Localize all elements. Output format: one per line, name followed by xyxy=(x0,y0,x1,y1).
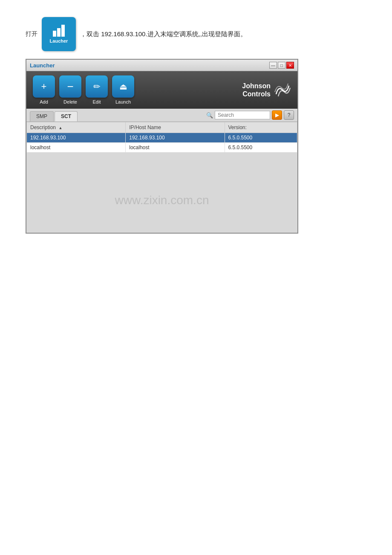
cell-description: localhost xyxy=(27,143,126,153)
delete-button[interactable]: − Delete xyxy=(59,75,81,104)
data-table: Description ▲ IP/Host Name Version: 192.… xyxy=(26,122,297,153)
delete-label: Delete xyxy=(63,99,77,104)
sort-arrow-icon: ▲ xyxy=(58,126,62,130)
delete-icon: − xyxy=(59,75,81,98)
table-row[interactable]: 192.168.93.100192.168.93.1006.5.0.5500 xyxy=(27,133,297,143)
jc-waves-icon xyxy=(274,81,291,98)
cell-description: 192.168.93.100 xyxy=(27,133,126,143)
intro-text-after: ，双击 192.168.93.100.进入末端空调系统,,出现登陆界面。 xyxy=(80,29,247,39)
toolbar: + Add − Delete ✏ Edit ⏏ Launch xyxy=(26,71,297,109)
app-icon-label: Laucher xyxy=(50,38,68,43)
launch-icon: ⏏ xyxy=(112,75,134,98)
table-body-area: Description ▲ IP/Host Name Version: 192.… xyxy=(26,122,297,233)
search-input[interactable] xyxy=(215,111,270,119)
brand-name-line2: Controls xyxy=(242,90,271,98)
app-icon: Laucher xyxy=(42,17,76,51)
minimize-button[interactable]: — xyxy=(269,62,277,69)
add-icon: + xyxy=(33,75,55,98)
window-title: Launcher xyxy=(30,62,55,69)
table-row[interactable]: localhostlocalhost6.5.0.5500 xyxy=(27,143,297,153)
add-button[interactable]: + Add xyxy=(33,75,55,104)
edit-button[interactable]: ✏ Edit xyxy=(86,75,108,104)
intro-text-before: 打开 xyxy=(26,30,37,38)
cell-version: 6.5.0.5500 xyxy=(225,143,297,153)
edit-icon: ✏ xyxy=(86,75,108,98)
col-version: Version: xyxy=(225,122,297,133)
cell-ip_host: 192.168.93.100 xyxy=(126,133,225,143)
cell-version: 6.5.0.5500 xyxy=(225,133,297,143)
launcher-window: Launcher — □ ✕ + Add − Delete ✏ Ed xyxy=(26,59,298,234)
search-area: 🔍 ▶ ? xyxy=(206,110,294,121)
col-ip-host: IP/Host Name xyxy=(126,122,225,133)
search-icon: 🔍 xyxy=(206,112,213,119)
brand-name-line1: Johnson xyxy=(242,82,271,90)
action-button-1[interactable]: ▶ xyxy=(272,110,282,120)
brand-waves xyxy=(274,81,291,98)
brand-logo: Johnson Controls xyxy=(242,81,291,98)
restore-button[interactable]: □ xyxy=(278,62,285,69)
title-bar: Launcher — □ ✕ xyxy=(26,60,297,71)
tab-bar: SMP SCT 🔍 ▶ ? xyxy=(26,109,297,122)
tab-smp[interactable]: SMP xyxy=(30,111,54,121)
launch-label: Launch xyxy=(115,99,131,104)
col-description: Description ▲ xyxy=(27,122,126,133)
add-label: Add xyxy=(40,99,48,104)
watermark: www.zixin.com.cn xyxy=(115,194,209,207)
tab-group: SMP SCT xyxy=(30,111,78,121)
cell-ip_host: localhost xyxy=(126,143,225,153)
close-button[interactable]: ✕ xyxy=(286,62,294,69)
help-button[interactable]: ? xyxy=(284,110,294,120)
launch-button[interactable]: ⏏ Launch xyxy=(112,75,134,104)
tab-sct[interactable]: SCT xyxy=(55,111,78,121)
brand-text: Johnson Controls xyxy=(242,82,271,98)
window-controls: — □ ✕ xyxy=(269,62,294,69)
toolbar-buttons: + Add − Delete ✏ Edit ⏏ Launch xyxy=(33,75,134,104)
edit-label: Edit xyxy=(93,99,101,104)
